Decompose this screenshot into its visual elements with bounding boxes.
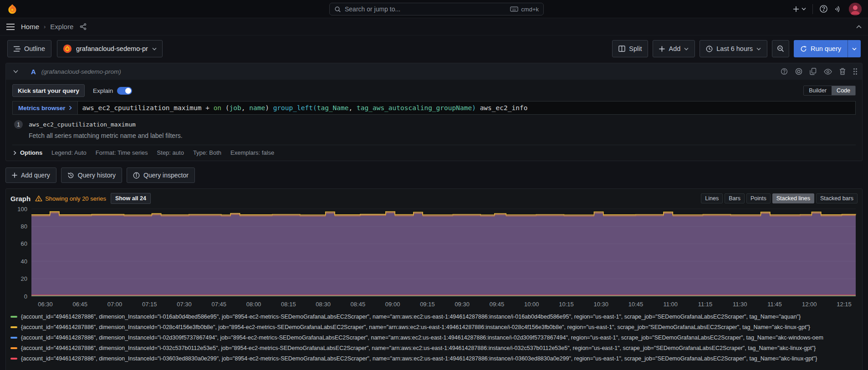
run-query-button[interactable]: Run query: [794, 40, 861, 57]
builder-code-switch: Builder Code: [803, 86, 856, 96]
add-button[interactable]: Add: [653, 40, 695, 57]
query-options-row: Options Legend: AutoFormat: Time seriesS…: [12, 145, 856, 161]
drag-handle-icon[interactable]: [853, 68, 858, 75]
show-all-series-button[interactable]: Show all 24: [111, 193, 151, 204]
chevron-down-icon: [684, 47, 689, 51]
legend-item[interactable]: {account_id="494614287886", dimension_In…: [10, 353, 858, 364]
y-axis-tick-label: 60: [21, 240, 27, 247]
series-legend: {account_id="494614287886", dimension_In…: [10, 311, 858, 364]
query-help-icon[interactable]: [781, 68, 788, 75]
query-token: group_left: [273, 104, 313, 112]
add-query-label: Add query: [21, 172, 50, 179]
query-inspector-button[interactable]: Query inspector: [127, 167, 195, 183]
series-label: {account_id="494614287886", dimension_In…: [21, 314, 801, 320]
hide-response-eye-icon[interactable]: [824, 69, 832, 75]
series-limit-warning-text: Showing only 20 series: [45, 195, 106, 202]
share-icon[interactable]: [80, 23, 87, 30]
legend-item[interactable]: {account_id="494614287886", dimension_In…: [10, 322, 858, 332]
time-range-label: Last 6 hours: [716, 45, 753, 52]
run-query-label: Run query: [811, 45, 841, 52]
zoom-out-icon: [777, 45, 784, 52]
graph-style-stacked-lines[interactable]: Stacked lines: [772, 193, 814, 203]
x-axis-tick-label: 11:45: [767, 301, 782, 308]
kick-start-query-button[interactable]: Kick start your query: [12, 84, 85, 97]
breadcrumb-separator-icon: ›: [44, 23, 46, 30]
query-token: ,: [241, 104, 249, 112]
breadcrumb-bar: Home › Explore: [0, 18, 868, 35]
query-token: tag_Name: [317, 104, 349, 112]
collapse-chevron-up-icon[interactable]: [856, 25, 862, 29]
menu-hamburger-icon[interactable]: [6, 24, 15, 30]
metrics-browser-label: Metrics browser: [18, 105, 66, 112]
explain-step-metric: aws_ec2_cpuutilization_maximum: [29, 121, 136, 128]
explain-label: Explain: [93, 87, 113, 94]
query-option-summary: Exemplars: false: [230, 149, 274, 156]
breadcrumb-home[interactable]: Home: [21, 23, 39, 30]
add-query-button[interactable]: Add query: [5, 167, 56, 183]
explain-toggle[interactable]: [117, 87, 132, 95]
collapse-query-chevron-icon[interactable]: [13, 70, 18, 73]
search-input[interactable]: Search or jump to... cmd+k: [329, 3, 544, 15]
run-query-caret[interactable]: [848, 40, 861, 57]
query-option-summary: Legend: Auto: [51, 149, 87, 156]
x-axis-tick-label: 12:00: [802, 301, 817, 308]
split-button[interactable]: Split: [612, 40, 648, 57]
x-axis-tick-label: 08:15: [281, 301, 296, 308]
query-token: job: [230, 104, 241, 112]
zoom-out-button[interactable]: [772, 40, 789, 57]
outline-label: Outline: [24, 45, 45, 52]
time-range-picker[interactable]: Last 6 hours: [700, 40, 767, 57]
x-axis-tick-label: 11:15: [698, 301, 713, 308]
graph-style-lines[interactable]: Lines: [701, 193, 723, 203]
x-axis-tick-label: 08:45: [351, 301, 366, 308]
top-nav-bar: Search or jump to... cmd+k: [0, 0, 868, 18]
y-axis-tick-label: 100: [17, 206, 27, 213]
time-series-chart[interactable]: 02040608010006:3006:4507:0007:1507:3007:…: [10, 205, 858, 310]
series-label: {account_id="494614287886", dimension_In…: [21, 324, 810, 330]
legend-item[interactable]: {account_id="494614287886", dimension_In…: [10, 343, 858, 353]
query-actions-row: Add query Query history Query inspector: [0, 161, 868, 188]
query-token: (: [221, 104, 229, 112]
series-label: {account_id="494614287886", dimension_In…: [21, 355, 817, 362]
options-expand-control[interactable]: Options: [13, 149, 42, 156]
remove-query-trash-icon[interactable]: [839, 68, 846, 75]
series-label: {account_id="494614287886", dimension_In…: [21, 345, 816, 351]
breadcrumb-explore[interactable]: Explore: [50, 23, 73, 30]
grafana-logo-icon[interactable]: [6, 3, 18, 15]
disable-query-icon[interactable]: [795, 68, 802, 75]
query-ref-id[interactable]: A: [31, 68, 36, 76]
chevron-right-icon: [13, 151, 16, 155]
stacked-area-fill: [31, 212, 856, 296]
chevron-down-icon: [756, 47, 761, 51]
shortcut-label: cmd+k: [521, 6, 539, 13]
query-token: ): [472, 104, 476, 112]
legend-item[interactable]: {account_id="494614287886", dimension_In…: [10, 311, 858, 322]
legend-item[interactable]: {account_id="494614287886", dimension_In…: [10, 332, 858, 343]
query-history-button[interactable]: Query history: [61, 167, 122, 183]
series-color-swatch: [10, 326, 17, 328]
outline-button[interactable]: Outline: [7, 40, 51, 57]
graph-style-bars[interactable]: Bars: [725, 193, 745, 203]
x-axis-tick-label: 11:00: [663, 301, 678, 308]
graph-style-stacked-bars[interactable]: Stacked bars: [816, 193, 858, 203]
query-option-summary: Step: auto: [157, 149, 184, 156]
news-rss-icon[interactable]: [834, 5, 842, 13]
series-limit-warning: Showing only 20 series: [35, 195, 106, 202]
builder-tab[interactable]: Builder: [804, 86, 832, 95]
new-menu-button[interactable]: [793, 6, 806, 12]
series-color-swatch: [10, 347, 17, 349]
datasource-picker[interactable]: grafanacloud-sedemo-pr: [57, 40, 163, 57]
promql-query-input[interactable]: aws_ec2_cpuutilization_maximum + on (job…: [77, 101, 856, 115]
graph-style-points[interactable]: Points: [746, 193, 771, 203]
user-avatar[interactable]: [849, 3, 862, 15]
code-tab[interactable]: Code: [832, 86, 855, 95]
x-axis-tick-label: 10:00: [524, 301, 539, 308]
copy-query-icon[interactable]: [810, 68, 817, 75]
metrics-browser-button[interactable]: Metrics browser: [12, 101, 77, 115]
search-placeholder: Search or jump to...: [345, 5, 506, 13]
query-option-summary: Type: Both: [193, 149, 221, 156]
options-label: Options: [20, 149, 42, 156]
x-axis-tick-label: 12:15: [837, 301, 852, 308]
x-axis-tick-label: 11:30: [733, 301, 747, 308]
help-icon[interactable]: [819, 5, 828, 13]
